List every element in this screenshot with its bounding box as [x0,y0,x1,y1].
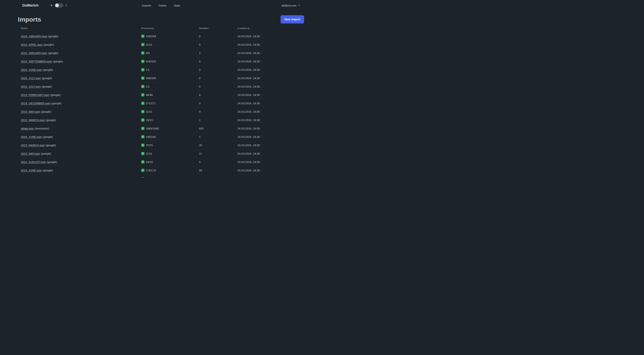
processed-count: 329/329 [146,60,156,63]
processed-count: 11/11 [146,43,152,46]
new-import-button[interactable]: New import [281,15,304,23]
import-file-link[interactable]: 2015_MAY.json [21,152,40,155]
import-file-link[interactable]: 2015_JUNE.json [21,68,42,71]
check-icon: ✓ [141,85,144,88]
table-row: 2014_AUGUST.json(google)✓18/18024.03.202… [18,158,304,166]
table-row: 2015_MARCH.json(google)✓15/15124.03.2024… [18,116,304,124]
import-name-cell: 2013_MARCH.json(google) [18,144,138,147]
import-file-link[interactable]: 2013_MARCH.json [21,144,45,147]
processed-cell: ✓75/75 [138,144,196,147]
doubles-cell: 0 [196,110,234,113]
created-at-cell: 24.03.2024, 18:30 [234,85,304,88]
created-at-cell: 24.03.2024, 18:30 [234,144,304,147]
import-name-cell: 2015_APRIL.json(google) [18,43,138,46]
import-name-cell: 2019_DECEMBER.json(google) [18,102,138,105]
table-row: ✓ [18,174,304,177]
processed-cell: ✓11/11 [138,110,196,113]
check-icon: ✓ [141,76,144,80]
check-icon: ✓ [141,177,144,178]
import-file-link[interactable]: 2019_DECEMBER.json [21,102,50,105]
user-menu[interactable]: ab@cd.com [282,4,300,7]
import-name-cell: 2015_MARCH.json(google) [18,118,138,122]
import-source-label: (owntracks) [35,127,49,130]
processed-cell: ✓329/329 [138,60,196,63]
import-name-cell: 2013_JUNE.json(google) [18,169,138,172]
import-source-label: (google) [48,35,58,38]
processed-count: 235/235 [146,135,156,138]
created-at-cell: 24.03.2024, 18:05 [234,127,304,130]
processed-cell: ✓235/235 [138,135,196,138]
import-file-link[interactable]: 2019_SEPTEMBER.json [21,60,52,63]
doubles-cell: 20 [196,144,234,147]
main-nav: Imports Points Stats [142,4,180,7]
doubles-cell: 1 [196,118,234,122]
column-header-created-at: Created at [234,27,304,30]
created-at-cell: 24.03.2024, 18:30 [234,76,304,80]
processed-count: 178/178 [146,169,156,172]
import-file-link[interactable]: 2018_JULY.json [21,76,41,80]
processed-count: 11/11 [146,152,152,155]
created-at-cell: 24.03.2024, 18:05 [234,110,304,113]
imports-table: Name Processed Doubles Created at 2018_J… [18,25,304,177]
import-file-link[interactable]: 2015_MAY.json [21,110,40,113]
doubles-cell: 0 [196,68,234,71]
check-icon: ✓ [141,68,144,71]
processed-cell: ✓18/18 [138,160,196,164]
check-icon: ✓ [141,93,144,96]
check-icon: ✓ [141,43,144,46]
import-file-link[interactable]: 2015_FEBRUARY.json [21,93,50,96]
nav-link-stats[interactable]: Stats [174,4,180,7]
processed-cell: ✓11/11 [138,43,196,46]
doubles-cell: 0 [196,60,234,63]
table-row: 2013_MARCH.json(google)✓75/752024.03.202… [18,141,304,149]
check-icon: ✓ [141,102,144,105]
doubles-cell: 820 [196,127,234,130]
import-file-link[interactable]: 2015_APRIL.json [21,43,43,46]
sun-icon: ☀ [50,4,53,7]
processed-count: 75/75 [146,144,153,147]
import-file-link[interactable]: 2015_JANUARY.json [21,51,47,54]
table-row: 2018_JULY.json(google)✓339/339024.03.202… [18,74,304,82]
import-file-link[interactable]: 2015_MARCH.json [21,118,45,122]
table-row: 2015_APRIL.json(google)✓11/11024.03.2024… [18,40,304,49]
import-source-label: (google) [51,102,62,105]
processed-count: 15/15 [146,118,153,122]
import-file-link[interactable]: 2018_JUNE.json [21,135,42,138]
processed-cell: ✓8/8 [138,51,196,54]
doubles-cell: 8 [196,93,234,96]
user-email: ab@cd.com [282,4,296,7]
created-at-cell: 24.03.2024, 18:30 [234,169,304,172]
import-file-link[interactable]: 2014_AUGUST.json [21,160,46,164]
import-name-cell: 2015_JULY.json(google) [18,85,138,88]
import-name-cell: 2018_JANUARY.json(google) [18,35,138,38]
import-source-label: (google) [41,152,51,155]
table-row: 2019_SEPTEMBER.json(google)✓329/329024.0… [18,57,304,65]
import-file-link[interactable]: 2018_JANUARY.json [21,35,47,38]
table-row: 2018_JUNE.json(google)✓235/235124.03.202… [18,132,304,141]
check-icon: ✓ [141,152,144,155]
check-icon: ✓ [141,127,144,130]
processed-cell: ✓48/48 [138,93,196,96]
doubles-cell: 1 [196,135,234,138]
table-row: 2019_DECEMBER.json(google)✓271/271024.03… [18,99,304,107]
import-name-cell: 2015_MAY.json(google) [18,110,138,113]
nav-link-imports[interactable]: Imports [142,4,151,7]
imports-page: Imports New import Name Processed Double… [0,15,322,177]
processed-cell: ✓1/1 [138,68,196,71]
processed-cell: ✓1665/1665 [138,127,196,130]
table-row: 2013_JUNE.json(google)✓178/1785924.03.20… [18,166,304,174]
nav-link-points[interactable]: Points [158,4,166,7]
check-icon: ✓ [141,118,144,122]
table-row: odata.json(owntracks)✓1665/166582024.03.… [18,124,304,132]
theme-toggle[interactable] [55,3,63,8]
doubles-cell: 2 [196,51,234,54]
import-file-link[interactable]: 2015_JULY.json [21,85,41,88]
import-file-link[interactable]: odata.json [21,127,34,130]
created-at-cell: 24.03.2024, 18:30 [234,152,304,155]
column-header-doubles: Doubles [196,27,234,30]
app-brand[interactable]: DaWarIch [22,3,38,7]
check-icon: ✓ [141,144,144,147]
check-icon: ✓ [141,35,144,38]
navbar: DaWarIch ☀ ☾ Imports Points Stats ab@cd.… [0,0,322,11]
import-file-link[interactable]: 2013_JUNE.json [21,169,42,172]
